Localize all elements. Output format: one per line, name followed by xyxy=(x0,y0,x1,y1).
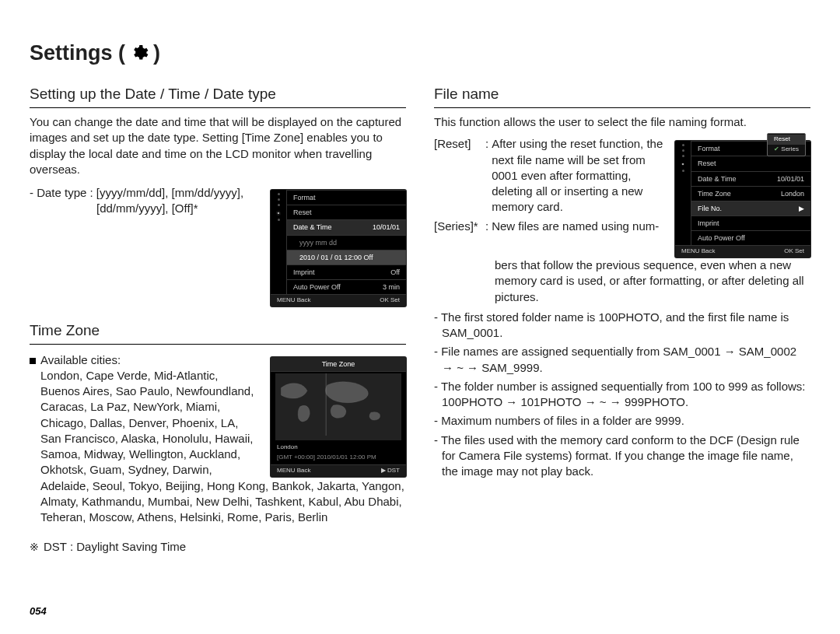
bullet-item: - Maximum numbers of files in a folder a… xyxy=(434,413,810,429)
series-option-body-wrap: bers that follow the previous sequence, … xyxy=(434,257,810,305)
series-option-body-top: New files are named using num- xyxy=(492,219,664,234)
world-map-icon xyxy=(275,373,401,440)
cities-list-continued: Adelaide, Seoul, Tokyo, Beijing, Hong Ko… xyxy=(30,478,406,526)
heading-file-name: File name xyxy=(434,84,810,108)
page-number: 054 xyxy=(30,604,47,618)
gear-icon xyxy=(680,160,686,166)
tz-city: London xyxy=(277,443,298,452)
menu-list: Format Reset Date & Time10/01/01 Time Zo… xyxy=(691,141,810,245)
svg-point-0 xyxy=(278,212,280,215)
gear-icon xyxy=(130,44,149,62)
menu-side-icons xyxy=(675,141,691,245)
svg-point-2 xyxy=(682,163,684,166)
page-title: Settings ( ) xyxy=(30,39,810,67)
popup-option-series: Series xyxy=(768,145,805,155)
popup-options: Reset Series xyxy=(767,133,806,156)
options-text: [Reset]: After using the reset function,… xyxy=(434,136,664,234)
tz-gmt: [GMT +00:00] 2010/01/01 12:00 PM xyxy=(277,454,376,462)
menu-list: Format Reset Date & Time10/01/01 yyyy mm… xyxy=(287,190,406,294)
date-time-intro: You can change the date and time that wi… xyxy=(30,114,406,177)
cities-list-partial: London, Cape Verde, Mid-Atlantic, Buenos… xyxy=(30,368,260,478)
date-type-line2: [dd/mm/yyyy], [Off]* xyxy=(30,201,260,216)
reset-option-label: [Reset] xyxy=(434,136,482,215)
timezone-block: Available cities: London, Cape Verde, Mi… xyxy=(30,352,406,478)
date-type-and-screenshot: - Date type : [yyyy/mm/dd], [mm/dd/yyyy]… xyxy=(30,185,406,306)
lcd-screenshot-date-time: Format Reset Date & Time10/01/01 yyyy mm… xyxy=(271,190,406,306)
square-bullet-icon xyxy=(30,358,36,364)
series-option-label: [Series]* xyxy=(434,219,482,234)
reset-option-body-top: After using the reset function, the next… xyxy=(492,136,664,215)
popup-option-reset: Reset xyxy=(768,135,805,145)
gear-icon xyxy=(275,209,282,215)
bullet-item: - The folder number is assigned sequenti… xyxy=(434,379,810,411)
bullet-item: - The first stored folder name is 100PHO… xyxy=(434,310,810,342)
menu-side-icons xyxy=(271,190,287,294)
timezone-title: Time Zone xyxy=(271,357,406,372)
reset-series-block: [Reset]: After using the reset function,… xyxy=(434,136,810,257)
manual-page: Settings ( ) Setting up the Date / Time … xyxy=(0,0,840,634)
bullet-item: - The files used with the memory card co… xyxy=(434,433,810,480)
file-name-intro: This function allows the user to select … xyxy=(434,114,810,130)
chevron-right-icon: ▶ xyxy=(799,204,804,213)
title-prefix: Settings ( xyxy=(30,39,125,67)
cities-block: Available cities: London, Cape Verde, Mi… xyxy=(30,352,260,478)
date-type-line1: - Date type : [yyyy/mm/dd], [mm/dd/yyyy]… xyxy=(30,185,260,201)
two-column-layout: Setting up the Date / Time / Date type Y… xyxy=(30,84,810,561)
right-column: File name This function allows the user … xyxy=(434,84,810,561)
lcd-screenshot-time-zone: Time Zone London [GMT +00:00] xyxy=(271,357,406,478)
available-cities-label: Available cities: xyxy=(30,352,260,368)
heading-time-zone: Time Zone xyxy=(30,321,406,345)
reference-mark-icon: ※ xyxy=(30,540,39,555)
lcd-screenshot-file-no: Format Reset Date & Time10/01/01 Time Zo… xyxy=(675,141,810,257)
file-name-bullets: - The first stored folder name is 100PHO… xyxy=(434,310,810,480)
dst-note: ※DST : Daylight Saving Time xyxy=(30,539,406,555)
heading-date-time: Setting up the Date / Time / Date type xyxy=(30,84,406,108)
date-type-text: - Date type : [yyyy/mm/dd], [mm/dd/yyyy]… xyxy=(30,185,260,217)
left-column: Setting up the Date / Time / Date type Y… xyxy=(30,84,406,561)
title-suffix: ) xyxy=(153,39,160,67)
bullet-item: - File names are assigned sequentially f… xyxy=(434,344,810,376)
